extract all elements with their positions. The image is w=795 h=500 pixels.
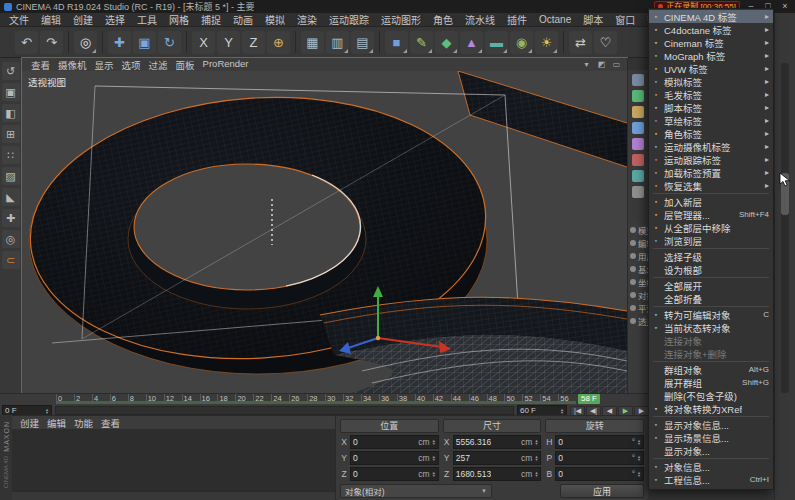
spinner[interactable]: ▲▼ <box>534 439 538 446</box>
spinner-down-icon[interactable]: ▼ <box>637 474 641 478</box>
attribute-row-1[interactable]: 模式 <box>628 223 648 236</box>
viewport-menu-2[interactable]: 摄像机 <box>54 58 91 72</box>
context-menu-item[interactable]: 连接对象 <box>649 334 773 347</box>
environment-button[interactable]: ▬ <box>485 31 508 54</box>
viewport-split-icon[interactable]: ◩ <box>596 60 607 69</box>
coordinate-field[interactable]: 257cm▲▼ <box>453 451 542 465</box>
points-mode-button[interactable]: ∷ <box>2 146 20 164</box>
favorites-button[interactable]: ♡ <box>594 31 617 54</box>
coordinate-field[interactable]: 0cm▲▼ <box>350 467 439 481</box>
z-axis-lock-button[interactable]: Z <box>242 31 265 54</box>
polygons-mode-button[interactable]: ◣ <box>2 188 20 206</box>
timeline-frame-tick[interactable]: 6 <box>110 394 128 404</box>
camera-button[interactable]: ◉ <box>510 31 533 54</box>
enable-axis-button[interactable]: ✚ <box>2 209 20 227</box>
render-picture-viewer-button[interactable]: ▥ <box>326 31 349 54</box>
scale-tool[interactable]: ▣ <box>133 31 156 54</box>
context-menu-item[interactable]: ▪毛发标签▸ <box>649 88 773 101</box>
live-selection-tool[interactable]: ◎ <box>74 31 97 54</box>
timeline-frame-tick[interactable]: 30 <box>325 394 343 404</box>
viewport-menu-5[interactable]: 过滤 <box>145 58 172 72</box>
spinner-down-icon[interactable]: ▼ <box>432 458 436 462</box>
play-button[interactable]: ▶ <box>618 406 633 416</box>
context-menu-item[interactable]: ▪加入新层 <box>649 195 773 208</box>
timeline-frame-tick[interactable]: 16 <box>200 394 218 404</box>
context-menu-item[interactable]: ▪脚本标签▸ <box>649 101 773 114</box>
menubar-item-11[interactable]: 运动跟踪 <box>323 12 375 27</box>
coordinate-field[interactable]: 0°▲▼ <box>555 467 644 481</box>
menubar-item-7[interactable]: 捕捉 <box>195 12 227 27</box>
context-menu-item[interactable]: ▪当前状态转对象 <box>649 321 773 334</box>
primitive-cube-button[interactable]: ■ <box>385 31 408 54</box>
timeline-frame-tick[interactable]: 22 <box>253 394 271 404</box>
light-button[interactable]: ☀ <box>535 31 558 54</box>
y-axis-lock-button[interactable]: Y <box>217 31 240 54</box>
timeline-frame-tick[interactable]: 52 <box>522 394 540 404</box>
menubar-item-10[interactable]: 渲染 <box>291 12 323 27</box>
context-menu-item[interactable]: 全部展开 <box>649 279 773 292</box>
spinner[interactable]: ▲▼ <box>637 455 641 462</box>
context-menu-item[interactable]: ▪恢复选集▸ <box>649 179 773 192</box>
coordinate-field[interactable]: 1680.513cm▲▼ <box>453 467 542 481</box>
context-menu-item[interactable]: ▪浏览到层 <box>649 234 773 247</box>
timeline-frame-tick[interactable]: 54 <box>540 394 558 404</box>
object-icon-8[interactable] <box>632 186 644 198</box>
timeline-frame-tick[interactable]: 44 <box>451 394 469 404</box>
viewport-menu-1[interactable]: 查看 <box>27 58 54 72</box>
edges-mode-button[interactable]: ▨ <box>2 167 20 185</box>
timeline-frame-tick[interactable]: 24 <box>271 394 289 404</box>
make-editable-tool[interactable]: ↺ <box>2 62 20 80</box>
menubar-item-3[interactable]: 创建 <box>67 12 99 27</box>
timeline-frame-tick[interactable]: 18 <box>217 394 235 404</box>
spinner[interactable]: ▲▼ <box>637 471 641 478</box>
context-menu-item[interactable]: ▪草绘标签▸ <box>649 114 773 127</box>
coordinate-field[interactable]: 0°▲▼ <box>555 435 644 449</box>
material-menu-3[interactable]: 功能 <box>70 416 97 430</box>
timeline-frame-tick[interactable]: 12 <box>164 394 182 404</box>
current-frame-marker[interactable]: 58 F <box>578 394 600 404</box>
object-icon-7[interactable] <box>632 170 644 182</box>
range-slider-track[interactable] <box>55 406 514 415</box>
context-menu-item[interactable]: ▪将对象转换为XRef <box>649 402 773 415</box>
render-view-button[interactable]: ▦ <box>301 31 324 54</box>
material-menu-1[interactable]: 创建 <box>16 416 43 430</box>
context-menu-item[interactable]: ▪运动摄像机标签▸ <box>649 140 773 153</box>
menubar-item-4[interactable]: 选择 <box>99 12 131 27</box>
spinner-down-icon[interactable]: ▼ <box>637 442 641 446</box>
spinner[interactable]: ▲▼ <box>432 471 436 478</box>
spinner-down-icon[interactable]: ▼ <box>637 458 641 462</box>
coordinate-header-3[interactable]: 旋转 <box>545 419 644 433</box>
context-menu-item[interactable]: 设为根部 <box>649 263 773 276</box>
material-scrollbar[interactable] <box>12 491 335 500</box>
timeline-frame-tick[interactable]: 56 <box>558 394 576 404</box>
object-icon-3[interactable] <box>632 106 644 118</box>
prev-frame-button[interactable]: ◀ <box>602 406 617 416</box>
material-list-area[interactable] <box>12 429 335 491</box>
move-tool[interactable]: ✚ <box>108 31 131 54</box>
coordinate-field[interactable]: 0°▲▼ <box>555 451 644 465</box>
timeline-frame-tick[interactable]: 4 <box>92 394 110 404</box>
timeline-frame-tick[interactable]: 48 <box>487 394 505 404</box>
viewport-menu-collapse-icon[interactable]: ▾ <box>581 60 592 69</box>
timeline-frame-tick[interactable]: 42 <box>433 394 451 404</box>
timeline-frame-tick[interactable]: 0 <box>56 394 74 404</box>
context-menu-item[interactable]: ▪UVW 标签▸ <box>649 62 773 75</box>
undo-button[interactable]: ↶ <box>15 31 38 54</box>
menubar-item-8[interactable]: 动画 <box>227 12 259 27</box>
spinner[interactable]: ▲▼ <box>534 471 538 478</box>
context-menu-item[interactable]: ▪显示场景信息... <box>649 431 773 444</box>
object-icon-2[interactable] <box>632 90 644 102</box>
context-menu-item[interactable]: ▪对象信息... <box>649 460 773 473</box>
snap-button[interactable]: ⊂ <box>2 251 20 269</box>
timeline-frame-tick[interactable]: 10 <box>146 394 164 404</box>
viewport-menu-7[interactable]: ProRender <box>199 58 253 72</box>
menubar-item-5[interactable]: 工具 <box>131 12 163 27</box>
timeline-frame-tick[interactable]: 36 <box>379 394 397 404</box>
object-icon-1[interactable] <box>632 74 644 86</box>
context-menu-item[interactable]: ▪Cineman 标签▸ <box>649 36 773 49</box>
menubar-item-1[interactable]: 文件 <box>3 12 35 27</box>
render-settings-button[interactable]: ▤ <box>351 31 374 54</box>
attribute-row-3[interactable]: 用户数据 <box>628 249 648 262</box>
spinner-down-icon[interactable]: ▼ <box>534 442 538 446</box>
spinner[interactable]: ▲▼ <box>637 439 641 446</box>
